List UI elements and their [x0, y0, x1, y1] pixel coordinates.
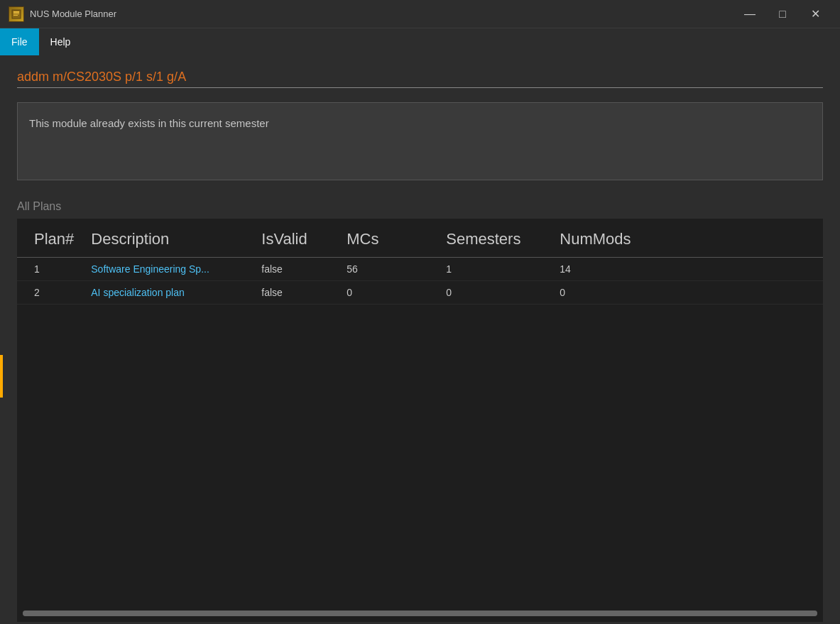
col-header-mcs: MCs: [338, 219, 437, 258]
menu-bar: File Help: [0, 28, 840, 55]
app-icon: [9, 6, 24, 22]
plans-table-area: Plan# Description IsValid MCs Semesters …: [17, 219, 823, 305]
table-row[interactable]: 1Software Engineering Sp...false56114: [17, 258, 823, 281]
svg-rect-3: [13, 15, 18, 16]
all-plans-label: All Plans: [0, 189, 840, 219]
minimize-button[interactable]: —: [733, 3, 766, 26]
menu-file[interactable]: File: [0, 28, 39, 55]
output-area: This module already exists in this curre…: [17, 102, 823, 180]
cell-nummods: 0: [551, 281, 823, 305]
cell-isvalid: false: [253, 258, 338, 281]
col-header-nummods: NumMods: [551, 219, 823, 258]
col-header-plan-num: Plan#: [17, 219, 82, 258]
scrollbar-area[interactable]: [17, 605, 823, 622]
cell-semesters: 0: [437, 281, 551, 305]
maximize-button[interactable]: □: [766, 3, 799, 26]
table-header-row: Plan# Description IsValid MCs Semesters …: [17, 219, 823, 258]
plans-table: Plan# Description IsValid MCs Semesters …: [17, 219, 823, 305]
close-button[interactable]: ✕: [799, 3, 831, 26]
cell-isvalid: false: [253, 281, 338, 305]
output-message: This module already exists in this curre…: [29, 117, 269, 129]
table-empty-space: [17, 305, 823, 605]
scrollbar-track: [23, 611, 817, 616]
scrollbar-thumb[interactable]: [23, 611, 817, 616]
cell-plan-num: 2: [17, 281, 82, 305]
table-row[interactable]: 2AI specialization planfalse000: [17, 281, 823, 305]
title-bar-left: NUS Module Planner: [9, 6, 116, 22]
cell-description: AI specialization plan: [82, 281, 253, 305]
menu-help[interactable]: Help: [39, 28, 82, 55]
col-header-description: Description: [82, 219, 253, 258]
svg-rect-1: [13, 11, 19, 13]
cell-mcs: 0: [338, 281, 437, 305]
cell-semesters: 1: [437, 258, 551, 281]
left-edge-indicator: [0, 355, 3, 398]
col-header-semesters: Semesters: [437, 219, 551, 258]
cell-nummods: 14: [551, 258, 823, 281]
cell-description: Software Engineering Sp...: [82, 258, 253, 281]
title-bar-controls: — □ ✕: [733, 3, 831, 26]
svg-rect-2: [13, 13, 19, 14]
cell-mcs: 56: [338, 258, 437, 281]
title-bar: NUS Module Planner — □ ✕: [0, 0, 840, 28]
command-area: [0, 55, 840, 94]
window-title: NUS Module Planner: [30, 9, 116, 19]
command-input[interactable]: [17, 67, 823, 88]
col-header-isvalid: IsValid: [253, 219, 338, 258]
cell-plan-num: 1: [17, 258, 82, 281]
